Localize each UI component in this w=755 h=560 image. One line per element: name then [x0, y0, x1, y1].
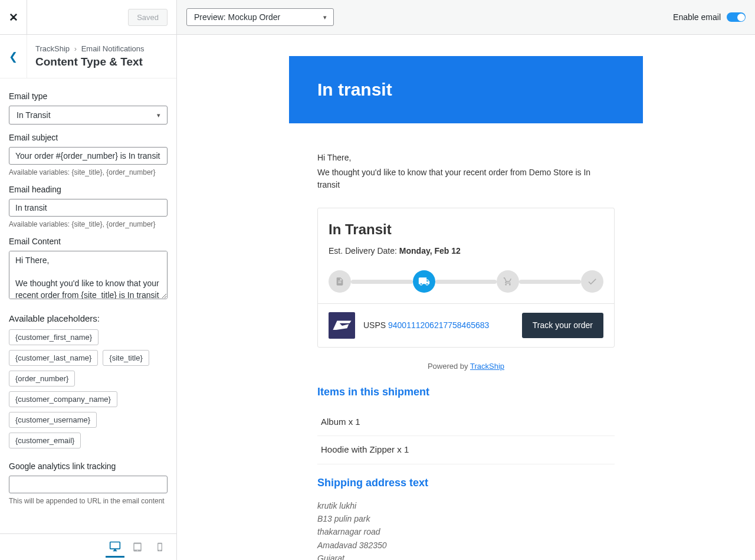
email-type-label: Email type [9, 91, 168, 101]
email-type-select[interactable]: In Transit [9, 106, 168, 125]
email-heading-label: Email heading [9, 185, 168, 194]
tracking-progress [329, 270, 603, 293]
device-desktop-button[interactable] [106, 536, 124, 558]
breadcrumb-root[interactable]: TrackShip [35, 44, 70, 53]
usps-eagle-icon [332, 317, 352, 335]
preview-order-select[interactable]: Preview: Mockup Order [186, 8, 334, 26]
email-header-title: In transit [317, 80, 615, 100]
back-button[interactable]: ❮ [0, 35, 27, 78]
email-header: In transit [289, 56, 643, 123]
powered-by: Powered by TrackShip [317, 361, 615, 372]
email-content-label: Email Content [9, 237, 168, 246]
check-icon [587, 276, 598, 287]
progress-step-outfordelivery [497, 270, 519, 293]
progress-step-delivered [581, 270, 603, 293]
items-title: Items in this shipment [317, 384, 615, 400]
progress-step-intransit [413, 270, 435, 293]
tablet-icon [132, 542, 143, 552]
carrier-info: USPS 9400111206217758465683 [363, 319, 514, 332]
settings-panel: ✕ Saved ❮ TrackShip › Email Notification… [0, 0, 177, 560]
ga-input[interactable] [9, 476, 168, 493]
close-icon: ✕ [9, 11, 18, 24]
shipping-address: krutik lukhi B13 pulin park thakarnagar … [317, 499, 615, 561]
breadcrumb: TrackShip › Email Notifications [35, 44, 145, 53]
device-tablet-button[interactable] [128, 536, 147, 558]
placeholder-chip[interactable]: {site_title} [103, 350, 149, 366]
enable-email-label: Enable email [673, 12, 721, 22]
page-title: Content Type & Text [35, 55, 145, 68]
save-button[interactable]: Saved [128, 9, 168, 26]
preview-toolbar: Preview: Mockup Order ▾ Enable email [177, 0, 755, 35]
device-mobile-button[interactable] [150, 536, 169, 558]
breadcrumb-page[interactable]: Email Notifications [81, 44, 145, 53]
tracking-card: In Transit Est. Delivery Date: Monday, F… [317, 208, 615, 348]
email-preview: In transit Hi There, We thought you'd li… [289, 56, 643, 560]
toggle-knob [737, 14, 745, 21]
subject-help: Available variables: {site_title}, {orde… [9, 168, 168, 176]
track-order-button[interactable]: Track your order [522, 313, 603, 338]
shipping-address-title: Shipping address text [317, 475, 615, 491]
email-intro: We thought you'd like to know that your … [317, 166, 615, 191]
placeholder-chip[interactable]: {customer_first_name} [9, 329, 99, 345]
placeholders-title: Available placeholders: [9, 313, 168, 323]
preview-panel: Preview: Mockup Order ▾ Enable email In … [177, 0, 755, 560]
est-delivery: Est. Delivery Date: Monday, Feb 12 [329, 245, 603, 257]
placeholder-chips: {customer_first_name} {customer_last_nam… [9, 329, 168, 448]
placeholder-chip[interactable]: {customer_username} [9, 412, 97, 428]
email-content-textarea[interactable]: Hi There, We thought you'd like to know … [9, 251, 168, 299]
trackship-link[interactable]: TrackShip [470, 362, 504, 371]
progress-step-ordered [329, 270, 351, 293]
placeholder-chip[interactable]: {customer_email} [9, 433, 81, 448]
shipment-item: Hoodie with Zipper x 1 [317, 436, 615, 464]
preview-canvas[interactable]: In transit Hi There, We thought you'd li… [177, 35, 755, 560]
shipment-item: Album x 1 [317, 408, 615, 437]
tracking-status: In Transit [329, 219, 603, 240]
email-subject-input[interactable] [9, 147, 168, 165]
chevron-right-icon: › [74, 44, 77, 53]
ga-help: This will be appended to URL in the emai… [9, 497, 168, 505]
breadcrumb-row: ❮ TrackShip › Email Notifications Conten… [0, 35, 176, 78]
mobile-icon [155, 542, 165, 552]
tracking-number[interactable]: 9400111206217758465683 [388, 320, 489, 330]
email-body: Hi There, We thought you'd like to know … [289, 123, 643, 560]
carrier-name: USPS [363, 320, 386, 330]
panel-body: Email type In Transit ▾ Email subject Av… [0, 78, 176, 533]
email-heading-input[interactable] [9, 199, 168, 217]
device-switcher [0, 533, 176, 560]
email-subject-label: Email subject [9, 133, 168, 142]
placeholder-chip[interactable]: {customer_company_name} [9, 391, 117, 407]
carrier-logo [329, 312, 355, 339]
document-icon [335, 277, 344, 286]
ga-label: Google analytics link tracking [9, 461, 168, 471]
desktop-icon [109, 541, 121, 552]
email-greeting: Hi There, [317, 152, 615, 164]
enable-email-toggle[interactable] [727, 12, 746, 22]
placeholder-chip[interactable]: {order_number} [9, 371, 75, 387]
heading-help: Available variables: {site_title}, {orde… [9, 220, 168, 228]
truck-icon [418, 276, 430, 287]
cart-icon [503, 277, 513, 286]
placeholder-chip[interactable]: {customer_last_name} [9, 350, 98, 366]
chevron-left-icon: ❮ [9, 50, 18, 63]
close-button[interactable]: ✕ [0, 0, 27, 34]
panel-top-bar: ✕ Saved [0, 0, 176, 35]
